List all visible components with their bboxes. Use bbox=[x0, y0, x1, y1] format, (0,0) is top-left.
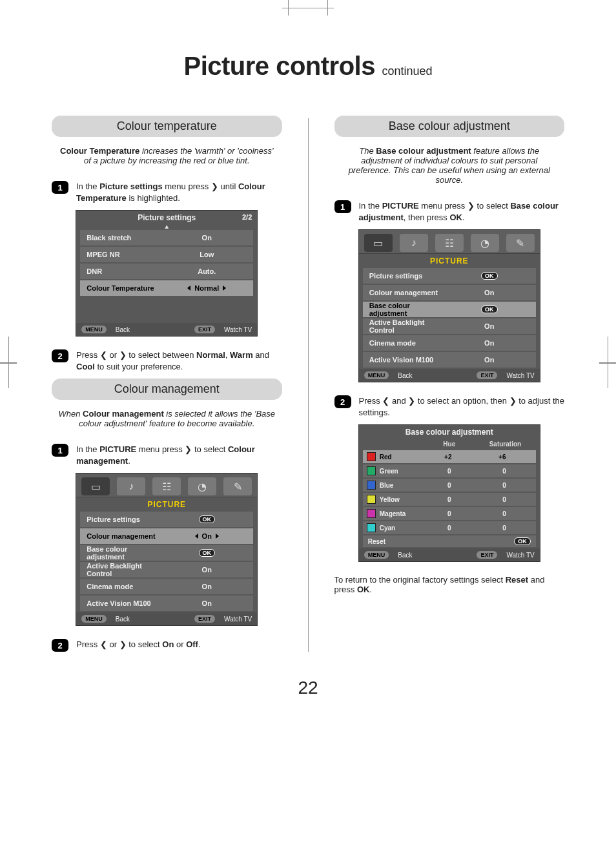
setup-tab-icon[interactable]: ✎ bbox=[506, 234, 535, 252]
osd-row-value: OK bbox=[449, 272, 529, 280]
osd-title: Picture settings bbox=[138, 213, 196, 222]
osd-row[interactable]: Colour managementOn bbox=[363, 285, 536, 300]
page-title: Picture controls continued bbox=[52, 52, 564, 81]
osd-row-label: Colour Temperature bbox=[87, 284, 167, 292]
reset-row[interactable]: Reset OK bbox=[363, 535, 536, 547]
osd-row-label: Active Backlight Control bbox=[369, 318, 449, 334]
timer-tab-icon[interactable]: ◔ bbox=[471, 234, 499, 252]
sat-value: 0 bbox=[477, 482, 531, 489]
osd-row-value: Low bbox=[167, 251, 247, 258]
hue-value: 0 bbox=[422, 482, 477, 489]
osd-row-value: Normal bbox=[167, 284, 247, 292]
menu-button-icon[interactable]: MENU bbox=[81, 326, 107, 333]
menu-button-icon[interactable]: MENU bbox=[364, 371, 389, 379]
osd-row[interactable]: Base colour adjustmentOK bbox=[80, 545, 253, 561]
title-sub: continued bbox=[382, 65, 432, 78]
osd-row-label: Cinema mode bbox=[87, 583, 167, 590]
osd-row-label: Active Backlight Control bbox=[87, 562, 167, 577]
setup-tab-icon[interactable]: ✎ bbox=[223, 477, 252, 495]
osd-row[interactable]: Colour managementOn bbox=[80, 528, 253, 544]
picture-tab-icon[interactable]: ▭ bbox=[81, 477, 110, 495]
osd-row-label: Picture settings bbox=[87, 515, 167, 523]
osd-row[interactable]: Active Vision M100On bbox=[80, 596, 253, 611]
exit-button-icon[interactable]: EXIT bbox=[194, 615, 215, 623]
colour-name: Cyan bbox=[380, 524, 395, 532]
osd-rows: Picture settingsOKColour managementOnBas… bbox=[76, 512, 257, 611]
osd-row[interactable]: Base colour adjustmentOK bbox=[363, 302, 536, 317]
osd-row[interactable]: MPEG NRLow bbox=[80, 247, 253, 262]
exit-button-icon[interactable]: EXIT bbox=[477, 551, 497, 559]
crop-mark bbox=[599, 343, 616, 382]
col-header-hue: Hue bbox=[421, 441, 477, 448]
colour-name: Red bbox=[380, 453, 392, 461]
osd-row[interactable]: Active Backlight ControlOn bbox=[80, 562, 253, 577]
bca-row[interactable]: Yellow00 bbox=[363, 493, 536, 506]
intro-base-colour: The Base colour adjustment feature allow… bbox=[334, 146, 565, 194]
sound-tab-icon[interactable]: ♪ bbox=[117, 477, 145, 495]
bca-row[interactable]: Blue00 bbox=[363, 479, 536, 492]
reset-label: Reset bbox=[368, 538, 385, 545]
exit-button-icon[interactable]: EXIT bbox=[477, 371, 497, 379]
osd-picture-menu-left: ▭ ♪ ☷ ◔ ✎ PICTURE Picture settingsOKColo… bbox=[76, 473, 258, 626]
hue-value: 0 bbox=[422, 524, 477, 532]
osd-row[interactable]: Active Vision M100On bbox=[363, 352, 536, 368]
osd-row[interactable]: Colour TemperatureNormal bbox=[80, 280, 253, 296]
footer-exit-label: Watch TV bbox=[224, 616, 252, 623]
osd-row[interactable]: Cinema modeOn bbox=[80, 579, 253, 594]
bca-row[interactable]: Magenta00 bbox=[363, 507, 536, 520]
osd-row-label: Active Vision M100 bbox=[369, 356, 449, 364]
osd-row-label: Picture settings bbox=[369, 272, 449, 280]
menu-button-icon[interactable]: MENU bbox=[364, 551, 389, 559]
colour-swatch bbox=[367, 523, 376, 532]
osd-row[interactable]: Picture settingsOK bbox=[363, 268, 536, 284]
menu-button-icon[interactable]: MENU bbox=[81, 615, 107, 623]
hue-value: +2 bbox=[421, 453, 475, 461]
osd-row-value: On bbox=[167, 583, 247, 590]
intro-colour-management: When Colour management is selected it al… bbox=[52, 409, 282, 437]
arrow-right-icon bbox=[223, 286, 226, 291]
section-heading-colour-temperature: Colour temperature bbox=[52, 116, 282, 137]
title-main: Picture controls bbox=[183, 52, 375, 80]
hue-value: 0 bbox=[422, 496, 477, 503]
feature-tab-icon[interactable]: ☷ bbox=[152, 477, 181, 495]
colour-name: Magenta bbox=[380, 510, 406, 517]
colour-swatch bbox=[367, 495, 376, 504]
sound-tab-icon[interactable]: ♪ bbox=[400, 234, 428, 252]
osd-row-value: On bbox=[167, 234, 247, 242]
bca-row[interactable]: Cyan00 bbox=[363, 521, 536, 534]
osd-category-title: PICTURE bbox=[76, 497, 257, 510]
bca-row[interactable]: Green00 bbox=[363, 464, 536, 477]
osd-row[interactable]: Picture settingsOK bbox=[80, 512, 253, 527]
osd-row-value: OK bbox=[449, 306, 529, 313]
footer-back-label: Back bbox=[398, 372, 412, 379]
osd-row-value: On bbox=[167, 566, 247, 574]
exit-button-icon[interactable]: EXIT bbox=[194, 326, 215, 333]
osd-row-value: On bbox=[449, 322, 529, 330]
arrow-right-icon bbox=[216, 534, 219, 539]
arrow-left-icon bbox=[187, 286, 190, 291]
bca-row[interactable]: Red+2+6 bbox=[363, 450, 536, 463]
footer-back-label: Back bbox=[116, 616, 130, 623]
colour-name: Yellow bbox=[380, 496, 400, 503]
step-text: Press ❮ or ❯ to select between Normal, W… bbox=[76, 349, 282, 372]
step-text: In the Picture settings menu press ❯ unt… bbox=[76, 181, 282, 203]
timer-tab-icon[interactable]: ◔ bbox=[188, 477, 216, 495]
osd-row[interactable]: Black stretchOn bbox=[80, 230, 253, 245]
colour-name: Blue bbox=[380, 482, 394, 489]
section-heading-base-colour: Base colour adjustment bbox=[334, 116, 565, 137]
osd-base-colour-adjustment: Base colour adjustment Hue Saturation Re… bbox=[358, 424, 540, 562]
osd-row-value: OK bbox=[167, 549, 247, 557]
feature-tab-icon[interactable]: ☷ bbox=[435, 234, 464, 252]
picture-tab-icon[interactable]: ▭ bbox=[364, 234, 393, 252]
osd-row[interactable]: Active Backlight ControlOn bbox=[363, 318, 536, 334]
osd-category-title: PICTURE bbox=[359, 254, 540, 267]
ok-icon: OK bbox=[481, 272, 498, 280]
step-number-icon: 2 bbox=[52, 349, 68, 362]
intro-colour-temperature: Colour Temperature increases the 'warmth… bbox=[52, 146, 282, 174]
osd-picture-menu-right: ▭ ♪ ☷ ◔ ✎ PICTURE Picture settingsOKColo… bbox=[358, 229, 540, 382]
footer-exit-label: Watch TV bbox=[224, 326, 252, 333]
osd-row[interactable]: DNRAuto. bbox=[80, 264, 253, 279]
column-divider bbox=[308, 118, 309, 652]
osd-row[interactable]: Cinema modeOn bbox=[363, 335, 536, 351]
step-text: Press ❮ or ❯ to select On or Off. bbox=[76, 639, 201, 650]
